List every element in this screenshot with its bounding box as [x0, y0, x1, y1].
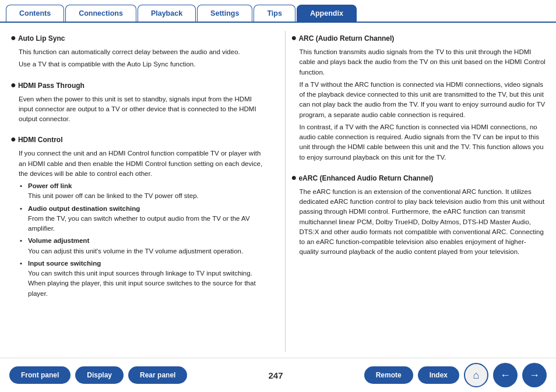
section-hdmi-control: ● HDMI ControlIf you connect the unit an…	[10, 132, 265, 299]
section-hdmi-pass-through: ● HDMI Pass ThroughEven when the power t…	[10, 78, 265, 125]
section-title-earc: ● eARC (Enhanced Audio Return Channel)	[291, 171, 546, 185]
section-para: If you connect the unit and an HDMI Cont…	[19, 149, 265, 179]
tab-appendix[interactable]: Appendix	[297, 5, 357, 22]
right-column: ● ARC (Audio Return Channel)This functio…	[285, 31, 546, 352]
section-title-auto-lip-sync: ● Auto Lip Sync	[10, 31, 265, 45]
back-icon-button[interactable]: ←	[493, 363, 518, 387]
footer-left: Front panelDisplayRear panel	[9, 366, 187, 384]
section-title-arc: ● ARC (Audio Return Channel)	[291, 31, 546, 45]
page-number: 247	[269, 370, 283, 380]
index-button[interactable]: Index	[418, 366, 459, 384]
section-para: Use a TV that is compatible with the Aut…	[19, 59, 265, 69]
sub-list-item: Power off linkThis unit power off can be…	[20, 181, 265, 202]
section-title-hdmi-control: ● HDMI Control	[10, 132, 265, 146]
tab-settings[interactable]: Settings	[197, 5, 252, 22]
sub-list-hdmi-control: Power off linkThis unit power off can be…	[20, 181, 265, 299]
section-para: If a TV without the ARC function is conn…	[300, 80, 546, 120]
sub-list-item: Input source switchingYou can switch thi…	[20, 259, 265, 299]
nav-tabs: ContentsConnectionsPlaybackSettingsTipsA…	[0, 0, 556, 22]
section-earc: ● eARC (Enhanced Audio Return Channel)Th…	[291, 171, 546, 257]
front-panel-button[interactable]: Front panel	[9, 366, 71, 384]
display-button[interactable]: Display	[75, 366, 124, 384]
section-para: This function transmits audio signals fr…	[300, 47, 546, 77]
tab-contents[interactable]: Contents	[6, 5, 64, 22]
section-para: Even when the power to this unit is set …	[19, 94, 265, 125]
tab-playback[interactable]: Playback	[138, 5, 196, 22]
left-column: ● Auto Lip SyncThis function can automat…	[10, 31, 271, 352]
content-area: ● Auto Lip SyncThis function can automat…	[0, 22, 556, 358]
rear-panel-button[interactable]: Rear panel	[128, 366, 187, 384]
sub-list-item: Volume adjustmentYou can adjust this uni…	[20, 236, 265, 256]
section-para: This function can automatically correct …	[19, 47, 265, 57]
remote-button[interactable]: Remote	[364, 366, 413, 384]
footer-right: RemoteIndex⌂←→	[364, 363, 547, 387]
section-title-hdmi-pass-through: ● HDMI Pass Through	[10, 78, 265, 92]
footer: Front panelDisplayRear panel 247 RemoteI…	[0, 358, 556, 392]
section-arc: ● ARC (Audio Return Channel)This functio…	[291, 31, 546, 163]
section-para: In contrast, if a TV with the ARC functi…	[300, 122, 546, 163]
home-icon-button[interactable]: ⌂	[464, 363, 488, 387]
forward-icon-button[interactable]: →	[522, 363, 547, 387]
section-auto-lip-sync: ● Auto Lip SyncThis function can automat…	[10, 31, 265, 70]
sub-list-item: Audio output destination switchingFrom t…	[20, 204, 265, 234]
section-para: The eARC function is an extension of the…	[300, 187, 546, 257]
tab-connections[interactable]: Connections	[65, 5, 136, 22]
tab-tips[interactable]: Tips	[254, 5, 295, 22]
